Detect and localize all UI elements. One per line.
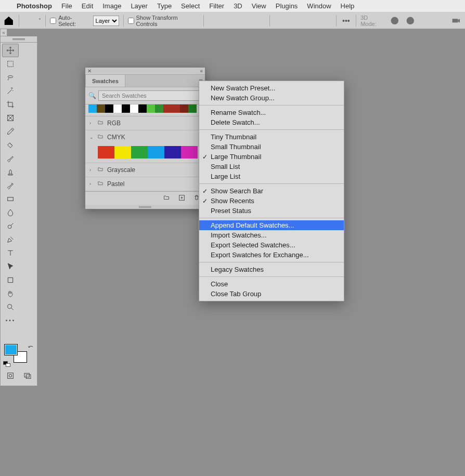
new-swatch-icon[interactable]: [178, 194, 185, 203]
path-selection-tool[interactable]: [2, 260, 19, 273]
align-left-icon[interactable]: [208, 15, 219, 27]
tab-swatches[interactable]: Swatches: [85, 74, 125, 87]
menu-item[interactable]: Close: [199, 279, 344, 289]
gradient-tool[interactable]: [2, 192, 19, 206]
type-tool[interactable]: [2, 246, 19, 260]
recent-swatch[interactable]: [122, 104, 130, 113]
recent-swatch[interactable]: [97, 104, 105, 113]
panel-resize-handle[interactable]: [85, 205, 205, 209]
recent-swatch[interactable]: [105, 104, 113, 113]
auto-select-checkbox[interactable]: Auto-Select:: [50, 15, 88, 27]
3d-slide-icon[interactable]: [435, 15, 447, 27]
swatch-group-header[interactable]: ⌄CMYK: [85, 130, 205, 144]
menu-file[interactable]: File: [61, 2, 72, 10]
swatch-group-header[interactable]: ›Pastel: [85, 177, 205, 191]
frame-tool[interactable]: [2, 111, 19, 125]
menu-item[interactable]: Append Default Swatches...: [199, 220, 344, 230]
home-button[interactable]: [3, 15, 15, 27]
swatch-group-header[interactable]: ›Grayscale: [85, 163, 205, 177]
rectangular-marquee-tool[interactable]: [2, 57, 19, 71]
menu-filter[interactable]: Filter: [209, 2, 224, 10]
distribute-h-icon[interactable]: [254, 15, 266, 27]
menu-item[interactable]: Legacy Swatches: [199, 265, 344, 274]
menu-item[interactable]: New Swatch Preset...: [199, 83, 344, 93]
default-colors-icon[interactable]: [3, 361, 10, 367]
toolbox-drag-handle[interactable]: [0, 36, 37, 43]
clone-stamp-tool[interactable]: [2, 165, 19, 179]
menu-item[interactable]: Export Swatches for Exchange...: [199, 250, 344, 260]
show-transform-controls-checkbox[interactable]: Show Transform Controls: [128, 15, 199, 27]
toolbox-collapse-icon[interactable]: «: [0, 29, 7, 36]
panel-close-icon[interactable]: ✕: [87, 68, 92, 74]
swatch-group-header[interactable]: ›RGB: [85, 116, 205, 130]
lasso-tool[interactable]: [2, 71, 19, 84]
dodge-tool[interactable]: [2, 219, 19, 233]
menu-item[interactable]: Rename Swatch...: [199, 108, 344, 117]
app-name[interactable]: Photoshop: [17, 2, 52, 10]
hand-tool[interactable]: [2, 287, 19, 300]
recent-swatch[interactable]: [113, 104, 122, 113]
swatch[interactable]: [114, 146, 131, 158]
menu-select[interactable]: Select: [181, 2, 200, 10]
swatch[interactable]: [148, 146, 164, 158]
recent-swatch[interactable]: [88, 104, 97, 113]
menu-item[interactable]: ✓Show Search Bar: [199, 186, 344, 196]
menu-item[interactable]: Delete Swatch...: [199, 117, 344, 127]
align-top-icon[interactable]: [274, 15, 286, 27]
brush-tool[interactable]: [2, 152, 19, 165]
swap-colors-icon[interactable]: ⤺: [28, 343, 33, 350]
recent-swatch[interactable]: [163, 104, 172, 113]
3d-roll-icon[interactable]: [405, 15, 416, 27]
menu-item[interactable]: Close Tab Group: [199, 289, 344, 299]
move-tool[interactable]: [2, 44, 19, 57]
recent-swatch[interactable]: [138, 104, 147, 113]
menu-item[interactable]: Large List: [199, 171, 344, 181]
menu-item[interactable]: Tiny Thumbnail: [199, 132, 344, 142]
auto-select-target[interactable]: Layer: [93, 16, 119, 26]
align-center-v-icon[interactable]: [290, 15, 301, 27]
foreground-color[interactable]: [4, 344, 18, 355]
recent-swatch[interactable]: [172, 104, 180, 113]
menu-help[interactable]: Help: [341, 2, 355, 10]
align-right-icon[interactable]: [239, 15, 250, 27]
quick-mask-icon[interactable]: [2, 369, 18, 382]
distribute-v-icon[interactable]: [320, 15, 332, 27]
eyedropper-tool[interactable]: [2, 125, 19, 138]
recent-swatch[interactable]: [188, 104, 197, 113]
magic-wand-tool[interactable]: [2, 84, 19, 98]
menu-type[interactable]: Type: [157, 2, 172, 10]
3d-pan-icon[interactable]: [420, 15, 431, 27]
menu-item[interactable]: ✓Large Thumbnail: [199, 152, 344, 162]
align-bottom-icon[interactable]: [305, 15, 317, 27]
blur-tool[interactable]: [2, 206, 19, 219]
healing-brush-tool[interactable]: [2, 138, 19, 152]
menu-item[interactable]: Small List: [199, 162, 344, 171]
align-center-h-icon[interactable]: [224, 15, 235, 27]
menu-item[interactable]: Export Selected Swatches...: [199, 240, 344, 250]
zoom-tool[interactable]: [2, 300, 19, 314]
3d-orbit-icon[interactable]: [389, 15, 401, 27]
menu-item[interactable]: Import Swatches...: [199, 230, 344, 240]
menu-edit[interactable]: Edit: [82, 2, 93, 10]
new-group-icon[interactable]: [163, 194, 170, 202]
recent-swatch[interactable]: [147, 104, 155, 113]
menu-item[interactable]: ✓Show Recents: [199, 196, 344, 206]
menu-image[interactable]: Image: [102, 2, 121, 10]
menu-layer[interactable]: Layer: [131, 2, 148, 10]
pen-tool[interactable]: [2, 233, 19, 246]
more-align-icon[interactable]: •••: [341, 15, 352, 27]
screen-mode-icon[interactable]: [19, 369, 35, 382]
3d-camera-icon[interactable]: [450, 15, 462, 27]
edit-toolbar-button[interactable]: ···: [2, 314, 19, 327]
menu-plugins[interactable]: Plugins: [276, 2, 298, 10]
swatch[interactable]: [181, 146, 198, 158]
history-brush-tool[interactable]: [2, 179, 19, 192]
swatch[interactable]: [98, 146, 114, 158]
menu-item[interactable]: Small Thumbnail: [199, 142, 344, 152]
crop-tool[interactable]: [2, 98, 19, 111]
swatch[interactable]: [164, 146, 181, 158]
menu-item[interactable]: New Swatch Group...: [199, 93, 344, 103]
swatch[interactable]: [131, 146, 148, 158]
shape-tool[interactable]: [2, 273, 19, 287]
search-swatches-input[interactable]: [98, 90, 202, 101]
